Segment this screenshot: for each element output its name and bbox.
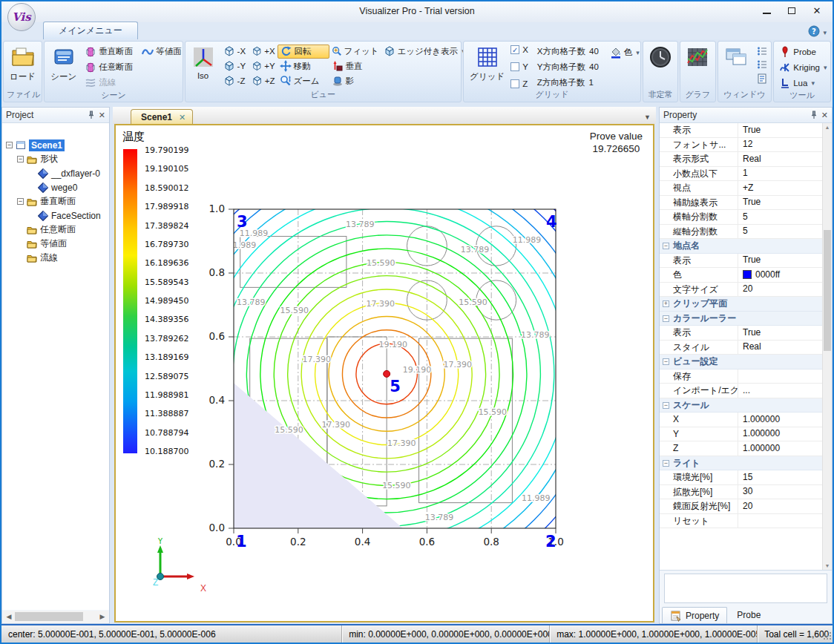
isosurface-button[interactable]: 等値面 (139, 45, 184, 59)
property-value[interactable]: 20 (738, 283, 822, 297)
group-expand-icon[interactable]: − (663, 315, 669, 322)
app-logo-icon[interactable]: Vis (7, 3, 36, 31)
property-value[interactable]: Real (738, 152, 822, 166)
grid-y-checkbox[interactable]: Y (510, 62, 528, 71)
property-row-スタイル[interactable]: スタイルReal (660, 341, 822, 355)
property-value[interactable]: +Z (738, 181, 822, 195)
property-row-視点[interactable]: 視点+Z (660, 181, 822, 196)
property-group-カラールーラー[interactable]: −カラールーラー (660, 312, 822, 326)
property-group-ライト[interactable]: −ライト (660, 456, 822, 471)
resize-grip[interactable] (822, 632, 831, 641)
grid-button[interactable]: グリッド (467, 44, 508, 84)
property-row-Z[interactable]: Z1.000000 (660, 441, 822, 456)
streamline-button[interactable]: 流線 (82, 76, 184, 90)
lua-button[interactable]: Lua (777, 76, 829, 90)
zoom-button[interactable]: ズーム (278, 74, 329, 88)
grid-x-checkbox[interactable]: X (510, 45, 528, 54)
window-doc-button[interactable] (754, 72, 770, 85)
property-scrollbar[interactable]: ▲ ▼ (822, 123, 832, 570)
property-row-補助線表示[interactable]: 補助線表示True (660, 196, 822, 211)
property-value[interactable]: 1.000000 (738, 413, 822, 427)
minimize-button[interactable] (754, 1, 779, 19)
tab-property[interactable]: Property (662, 607, 727, 623)
grid-color-button[interactable]: 色 (608, 45, 642, 59)
graph-button[interactable] (683, 44, 712, 70)
property-row-拡散光[%][interactable]: 拡散光[%]30 (660, 485, 822, 500)
tree-expand-icon[interactable]: − (17, 156, 24, 162)
scroll-thumb[interactable] (824, 230, 831, 351)
property-value[interactable]: True (738, 123, 822, 137)
pin-icon[interactable] (87, 111, 96, 119)
property-value[interactable]: Real (738, 341, 822, 355)
window-layout-button[interactable] (721, 44, 751, 70)
property-value[interactable]: 20 (738, 499, 822, 513)
property-group-地点名[interactable]: −地点名 (660, 239, 822, 254)
close-button[interactable]: ✕ (804, 1, 830, 19)
vertical-section-button[interactable]: 垂直断面 (82, 45, 135, 59)
project-close-icon[interactable]: ✕ (99, 111, 105, 119)
property-value[interactable] (738, 369, 822, 384)
move-button[interactable]: 移動 (278, 59, 329, 73)
scene-button[interactable]: シーン (47, 44, 79, 84)
fit-button[interactable]: フィット (329, 45, 381, 59)
vertical-view-button[interactable]: 垂直 (329, 59, 381, 73)
property-value[interactable]: 0000ff (738, 268, 822, 282)
rotate-button[interactable]: 回転 (278, 45, 329, 59)
property-row-保存[interactable]: 保存 (660, 369, 822, 384)
scroll-right-icon[interactable]: ▶ (96, 613, 108, 620)
tab-main-menu[interactable]: メインメニュー (43, 22, 138, 39)
help-dropdown-icon[interactable] (821, 24, 827, 38)
tree-item-Scene1[interactable]: −Scene1 (2, 138, 109, 152)
scene-tab-close-icon[interactable]: ✕ (179, 113, 185, 122)
property-row-Y[interactable]: Y1.000000 (660, 427, 822, 442)
tree-item-垂直断面[interactable]: −垂直断面 (2, 194, 109, 208)
group-expand-icon[interactable]: − (663, 402, 669, 409)
contour-plot[interactable]: 19.19019.19017.39017.39017.39017.39017.3… (190, 196, 576, 567)
property-value[interactable]: True (738, 254, 822, 268)
maximize-button[interactable] (779, 1, 804, 19)
property-group-クリップ平面[interactable]: +クリップ平面 (660, 297, 822, 312)
window-list-button-2[interactable] (754, 58, 770, 71)
scroll-down-icon[interactable]: ▼ (823, 563, 832, 568)
property-row-インポート/エクスポ...[interactable]: インポート/エクスポ...... (660, 384, 822, 398)
property-row-文字サイズ[interactable]: 文字サイズ20 (660, 283, 822, 298)
view-minus-y-button[interactable]: -Y (221, 59, 249, 73)
property-row-色[interactable]: 色0000ff (660, 268, 822, 283)
property-value[interactable]: 30 (738, 485, 822, 499)
property-row-X[interactable]: X1.000000 (660, 413, 822, 427)
property-row-鏡面反射光[%][interactable]: 鏡面反射光[%]20 (660, 499, 822, 514)
view-plus-x-button[interactable]: +X (249, 45, 278, 59)
view-minus-x-button[interactable]: -X (221, 45, 249, 59)
tree-item-FaceSection[interactable]: FaceSection (2, 208, 109, 223)
pin-icon[interactable] (810, 111, 818, 119)
property-row-小数点以下[interactable]: 小数点以下1 (660, 167, 822, 182)
property-group-ビュー設定[interactable]: −ビュー設定 (660, 355, 822, 369)
x-grid-count[interactable]: X方向格子数40 (537, 46, 599, 57)
tree-item-任意断面[interactable]: 任意断面 (2, 223, 109, 237)
window-list-button-1[interactable] (754, 45, 770, 58)
tree-item-__dxflayer-0[interactable]: __dxflayer-0 (2, 166, 109, 180)
property-row-表示形式[interactable]: 表示形式Real (660, 152, 822, 167)
property-group-スケール[interactable]: −スケール (660, 398, 822, 413)
property-value[interactable]: True (738, 326, 822, 340)
property-value[interactable] (738, 514, 822, 528)
unsteady-button[interactable] (646, 44, 675, 70)
property-value[interactable]: 1.000000 (738, 441, 822, 456)
property-value[interactable]: 15 (738, 470, 822, 484)
group-expand-icon[interactable]: + (663, 300, 669, 307)
property-row-横軸分割数[interactable]: 横軸分割数5 (660, 210, 822, 225)
property-value[interactable]: 12 (738, 138, 822, 152)
property-row-環境光[%][interactable]: 環境光[%]15 (660, 470, 822, 485)
tab-probe[interactable]: Probe (729, 607, 768, 623)
property-value[interactable]: True (738, 196, 822, 210)
tree-item-流線[interactable]: 流線 (2, 251, 109, 265)
scene-viewport[interactable]: 温度 Prove value 19.726650 19.79019919.190… (114, 124, 654, 622)
kriging-button[interactable]: Kriging (777, 60, 829, 74)
tree-expand-icon[interactable]: − (6, 142, 13, 148)
tree-item-等値面[interactable]: 等値面 (2, 237, 109, 251)
scroll-up-icon[interactable]: ▲ (823, 125, 832, 130)
property-row-表示[interactable]: 表示True (660, 326, 822, 341)
property-row-フォントサ...[interactable]: フォントサ...12 (660, 138, 822, 153)
scroll-thumb[interactable] (15, 612, 83, 621)
property-value[interactable]: 5 (738, 225, 822, 239)
